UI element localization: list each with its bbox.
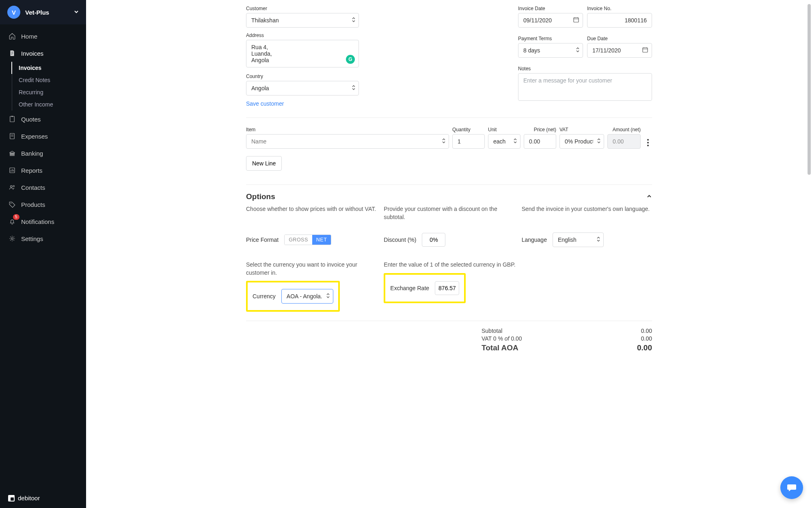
line-menu-button[interactable]: [647, 139, 649, 149]
lang-help-text: Send the invoice in your customer's own …: [522, 205, 652, 221]
nav-notifications[interactable]: 5Notifications: [0, 213, 86, 230]
nav-home[interactable]: Home: [0, 28, 86, 45]
org-switcher[interactable]: V Vet-Plus: [0, 0, 86, 24]
total-label: Total AOA: [482, 343, 637, 352]
payment-terms-select[interactable]: [518, 43, 583, 58]
calendar-icon: [573, 17, 579, 24]
svg-rect-8: [574, 18, 579, 22]
nav-label: Other Income: [19, 101, 53, 108]
toggle-net[interactable]: NET: [312, 235, 331, 245]
exchange-highlight: Exchange Rate: [384, 273, 466, 303]
org-avatar: V: [7, 6, 20, 19]
subtotal-value: 0.00: [641, 328, 652, 334]
nav-label: Notifications: [21, 218, 54, 225]
price-format-toggle[interactable]: GROSS NET: [284, 234, 331, 245]
nav-label: Products: [21, 201, 45, 208]
svg-rect-0: [10, 116, 15, 122]
nav-quotes[interactable]: Quotes: [0, 111, 86, 128]
nav-banking[interactable]: Banking: [0, 145, 86, 162]
org-name: Vet-Plus: [25, 9, 74, 16]
discount-help-text: Provide your customer with a discount on…: [384, 205, 514, 221]
item-price-input[interactable]: [524, 134, 556, 149]
scrollbar[interactable]: [806, 0, 812, 508]
nav-products[interactable]: Products: [0, 196, 86, 213]
col-vat-label: VAT: [559, 127, 604, 132]
nav-sub-credit-notes[interactable]: Credit Notes: [12, 74, 86, 86]
home-icon: [8, 32, 16, 40]
quotes-icon: [8, 115, 16, 123]
vat-line-value: 0.00: [641, 335, 652, 342]
nav-label: Settings: [21, 235, 43, 242]
exchange-help-text: Enter the value of 1 of the selected cur…: [384, 261, 652, 269]
scroll-thumb[interactable]: [808, 4, 811, 175]
col-qty-label: Quantity: [452, 127, 485, 132]
grammarly-icon[interactable]: G: [346, 55, 355, 64]
price-format-label: Price Format: [246, 237, 279, 243]
nav-sub-other-income[interactable]: Other Income: [12, 98, 86, 111]
customer-label: Customer: [246, 6, 359, 11]
vat-line-label: VAT 0 % of 0.00: [482, 335, 641, 342]
notes-label: Notes: [518, 66, 652, 72]
svg-point-7: [11, 238, 13, 240]
nav-label: Credit Notes: [19, 77, 50, 83]
nav-reports[interactable]: Reports: [0, 162, 86, 179]
nav-expenses[interactable]: Expenses: [0, 128, 86, 145]
nav-sub-invoices[interactable]: Invoices: [11, 62, 86, 74]
item-vat-select[interactable]: [559, 134, 604, 149]
tag-icon: [8, 200, 16, 208]
brand-name: debitoor: [18, 495, 40, 501]
invoice-no-input[interactable]: [587, 13, 652, 28]
vat-help-text: Choose whether to show prices with or wi…: [246, 205, 376, 221]
item-unit-select[interactable]: [488, 134, 520, 149]
col-price-label: Price (net): [524, 127, 556, 132]
collapse-options-button[interactable]: [646, 193, 652, 200]
nav-label: Contacts: [21, 184, 45, 191]
discount-input[interactable]: [422, 233, 445, 247]
nav-label: Home: [21, 33, 37, 40]
nav-label: Reports: [21, 167, 43, 174]
main: Customer Address Rua 4, Luanda, Angola G…: [86, 0, 812, 508]
col-amount-label: Amount (net): [607, 127, 641, 132]
subtotal-label: Subtotal: [482, 328, 641, 334]
col-item-label: Item: [246, 127, 449, 132]
customer-select[interactable]: [246, 13, 359, 28]
toggle-gross[interactable]: GROSS: [285, 235, 312, 245]
col-unit-label: Unit: [488, 127, 520, 132]
language-label: Language: [522, 237, 547, 243]
save-customer-link[interactable]: Save customer: [246, 100, 359, 107]
notification-badge: 5: [13, 214, 19, 220]
discount-row: Discount (%): [384, 232, 514, 247]
nav-label: Invoices: [21, 50, 43, 57]
price-format-row: Price Format GROSS NET: [246, 232, 376, 247]
language-select[interactable]: [553, 232, 604, 247]
svg-point-6: [11, 203, 11, 204]
invoice-no-label: Invoice No.: [587, 6, 652, 11]
address-input[interactable]: Rua 4, Luanda, Angola: [246, 40, 359, 67]
nav-label: Invoices: [19, 65, 41, 71]
new-line-button[interactable]: New Line: [246, 156, 282, 171]
nav-label: Banking: [21, 150, 43, 157]
language-row: Language: [522, 232, 652, 247]
currency-select[interactable]: [281, 289, 333, 304]
invoice-icon: [8, 49, 16, 57]
currency-highlight: Currency: [246, 281, 340, 312]
options-section: Options Choose whether to show prices wi…: [246, 185, 652, 312]
exchange-rate-input[interactable]: [435, 281, 459, 295]
notes-input[interactable]: [518, 73, 652, 101]
nav-contacts[interactable]: Contacts: [0, 179, 86, 196]
item-name-input[interactable]: [246, 134, 449, 149]
chat-widget-button[interactable]: [780, 476, 803, 499]
nav-invoices[interactable]: Invoices: [0, 45, 86, 62]
brand: debitoor: [0, 488, 86, 508]
nav-sub-recurring[interactable]: Recurring: [12, 86, 86, 98]
calendar-icon: [642, 47, 648, 54]
country-label: Country: [246, 74, 359, 79]
nav-settings[interactable]: Settings: [0, 230, 86, 247]
sidebar: V Vet-Plus Home Invoices Invoices Credit…: [0, 0, 86, 508]
svg-point-5: [13, 185, 15, 187]
item-qty-input[interactable]: [452, 134, 485, 149]
country-select[interactable]: [246, 81, 359, 96]
nav-label: Recurring: [19, 89, 43, 96]
nav-label: Expenses: [21, 133, 48, 140]
gear-icon: [8, 234, 16, 243]
